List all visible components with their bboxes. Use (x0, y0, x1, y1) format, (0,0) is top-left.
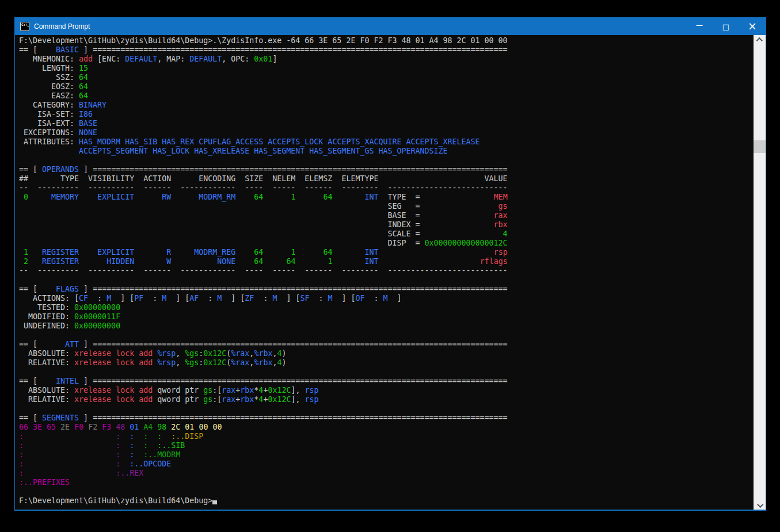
console-text: 64 (79, 73, 88, 82)
console-line: EXCEPTIONS: NONE (19, 128, 754, 137)
console-text (295, 248, 305, 257)
console-line: : :..REX (19, 469, 754, 478)
scroll-down-button[interactable] (754, 500, 766, 510)
console-text: : (116, 460, 120, 468)
console-text: ) (281, 349, 286, 358)
console-text: ========================================… (93, 377, 508, 385)
console-line: MODIFIED: 0x0000011F (19, 312, 754, 322)
console-text: CF (79, 294, 88, 303)
scrollbar-thumb[interactable] (754, 140, 766, 153)
console-line: F:\Development\GitHub\zydis\Build64\Debu… (19, 36, 754, 45)
console-text: : (19, 469, 24, 477)
console-text: EXCEPTIONS: (19, 128, 79, 137)
console-text: RW (143, 193, 171, 201)
console-line: BASE = rax (19, 211, 754, 220)
maximize-button[interactable]: □ (713, 18, 739, 35)
console-text: 1 (19, 248, 28, 257)
console-text: -- --------- ---------- ------ ---------… (19, 183, 508, 192)
console-text: %rsp (157, 358, 176, 367)
console-text (19, 211, 387, 220)
console-text: : (19, 441, 24, 450)
console-text: M (328, 294, 333, 303)
console-text (332, 193, 341, 201)
console-text: 64 (272, 257, 295, 266)
console-text: MNEMONIC: (19, 55, 79, 63)
console-text: EASZ: (19, 91, 79, 100)
console-text: SSZ: (19, 73, 79, 82)
console-text: rbx (494, 220, 508, 229)
console-text: OPERANDS (37, 165, 79, 174)
console-text: == [ (19, 414, 37, 422)
console-text: : (116, 450, 120, 459)
console-text: :..REX (116, 469, 143, 477)
console-line: LENGTH: 15 (19, 64, 754, 73)
console-text: ], (291, 386, 305, 395)
console-text (379, 248, 494, 257)
console-text: TYPE = (379, 193, 425, 201)
console-text: %gs (185, 358, 199, 367)
console-text: CATEGORY: (19, 101, 79, 109)
console-text (24, 469, 116, 477)
console-line: == [ ATT ] =============================… (19, 340, 754, 349)
console-text (235, 248, 245, 257)
console-line: == [ BASIC ] ===========================… (19, 45, 754, 55)
console-text (148, 432, 157, 441)
console-line: == [ INTEL ] ===========================… (19, 377, 754, 386)
console-text: :..DISP (171, 432, 203, 441)
console-text: %gs (185, 349, 199, 358)
console-text: 2 (19, 257, 28, 266)
console-text (295, 193, 305, 201)
console-text: ========================================… (93, 285, 508, 293)
console-text: 64 (79, 82, 88, 91)
console-line: ATTRIBUTES: HAS_MODRM HAS_SIB HAS_REX CP… (19, 137, 754, 147)
scroll-up-button[interactable] (754, 35, 766, 45)
console-text: INT (342, 248, 379, 257)
console-text (153, 349, 157, 358)
console-text: 0x12C (268, 395, 291, 404)
console-text: ACCEPTS_SEGMENT HAS_LOCK HAS_XRELEASE HA… (79, 147, 447, 155)
console-text: BASIC (37, 45, 79, 54)
console-line: -- --------- ---------- ------ ---------… (19, 266, 754, 275)
console-text: : (19, 460, 24, 468)
close-button[interactable]: × (739, 18, 766, 35)
console-text: PF (134, 294, 143, 303)
title-bar[interactable]: C:\_ Command Prompt — □ × (15, 18, 766, 35)
console-text: RELATIVE: (19, 395, 74, 404)
console-text: 48 (116, 423, 125, 431)
minimize-button[interactable]: — (686, 18, 713, 35)
console-text: %rsp (157, 349, 176, 358)
console-text: DEFAULT (189, 55, 222, 63)
console-text (424, 202, 498, 210)
console-text: F:\Development\GitHub\zydis\Build64\Debu… (19, 36, 508, 45)
scrollbar[interactable] (754, 35, 766, 510)
console-line: : : : : : :..DISP (19, 432, 754, 441)
console-text: :[ (212, 386, 222, 395)
text-cursor (212, 500, 217, 504)
console-text: ISA-EXT: (19, 119, 79, 128)
console-text (28, 257, 37, 266)
console-text (19, 220, 387, 229)
console[interactable]: F:\Development\GitHub\zydis\Build64\Debu… (15, 35, 766, 510)
console-text: 2E (60, 423, 70, 431)
console-text: : (143, 432, 148, 441)
console-text: MODRM_REG (180, 248, 235, 257)
console-text: rbx (240, 395, 254, 404)
console-text: ] (272, 55, 277, 63)
chevron-down-icon (757, 501, 763, 507)
console-line: :..PREFIXES (19, 478, 754, 487)
console-text: :..OPCODE (130, 460, 171, 468)
console-text: :[ (212, 395, 222, 404)
console-line: 66 3E 65 2E F0 F2 F3 48 01 A4 98 2C 01 0… (19, 423, 754, 432)
console-line: : : :..OPCODE (19, 460, 754, 469)
console-text: 64 (245, 248, 263, 257)
console-line: ISA-EXT: BASE (19, 119, 754, 128)
console-text: :..MODRM (143, 450, 180, 459)
console-text (24, 450, 116, 459)
console-text: 0x12C (268, 386, 291, 395)
console-text: 64 (305, 248, 332, 257)
cmd-window: C:\_ Command Prompt — □ × F:\Development… (14, 17, 766, 511)
console-text: 98 (157, 423, 166, 431)
console-text: DISP = (387, 239, 424, 247)
console-text: ZF (245, 294, 254, 303)
console-text: , MAP: (157, 55, 189, 63)
